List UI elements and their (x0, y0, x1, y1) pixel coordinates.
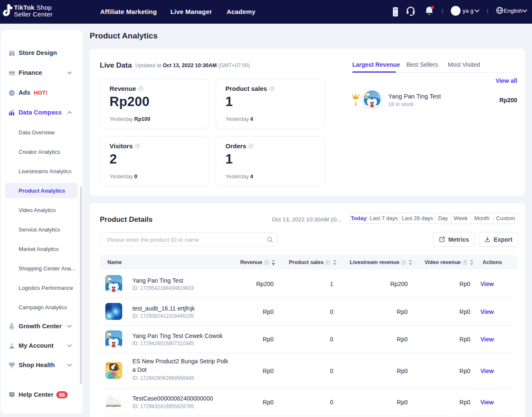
svg-text:?: ? (250, 144, 252, 148)
svg-text:?: ? (136, 144, 138, 148)
svg-text:?: ? (271, 87, 273, 91)
svg-text:?: ? (403, 261, 405, 264)
svg-text:?: ? (266, 261, 268, 264)
svg-text:?: ? (327, 261, 329, 264)
svg-text:AD: AD (10, 92, 14, 94)
svg-text:?: ? (11, 392, 13, 396)
svg-text:?: ? (140, 87, 142, 91)
svg-text:?: ? (464, 261, 466, 264)
